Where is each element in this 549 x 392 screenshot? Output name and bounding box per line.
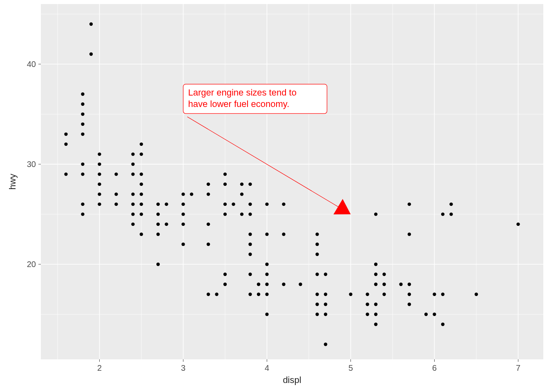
data-point xyxy=(223,272,227,276)
data-point xyxy=(81,203,84,206)
data-point xyxy=(366,313,369,316)
chart-container: Larger engine sizes tend tohave lower fu… xyxy=(0,0,549,392)
data-point xyxy=(315,243,319,246)
data-point xyxy=(156,263,160,266)
data-point xyxy=(349,293,352,296)
data-point xyxy=(374,313,377,316)
data-point xyxy=(223,172,227,176)
data-point xyxy=(181,223,185,226)
data-point xyxy=(282,283,285,286)
data-point xyxy=(98,192,101,196)
data-point xyxy=(408,293,411,296)
data-point xyxy=(248,203,252,206)
data-point xyxy=(131,163,134,166)
data-point xyxy=(131,203,134,206)
annotation-text-line1: Larger engine sizes tend to xyxy=(188,87,297,98)
data-point xyxy=(366,293,369,296)
data-point xyxy=(441,323,444,326)
data-point xyxy=(248,243,252,246)
data-point xyxy=(156,223,160,226)
data-point xyxy=(240,183,243,186)
data-point xyxy=(374,212,377,216)
data-point xyxy=(265,272,268,276)
data-point xyxy=(516,223,520,226)
data-point xyxy=(433,313,436,316)
data-point xyxy=(248,293,252,296)
data-point xyxy=(433,293,436,296)
data-point xyxy=(223,212,227,216)
data-point xyxy=(81,212,84,216)
x-tick-label: 5 xyxy=(348,363,353,372)
data-point xyxy=(140,232,143,236)
data-point xyxy=(248,212,252,216)
data-point xyxy=(399,283,402,286)
data-point xyxy=(64,172,67,176)
data-point xyxy=(449,212,453,216)
data-point xyxy=(248,232,252,236)
data-point xyxy=(207,243,210,246)
data-point xyxy=(98,203,101,206)
data-point xyxy=(315,272,319,276)
data-point xyxy=(223,183,227,186)
data-point xyxy=(156,232,160,236)
data-point xyxy=(265,203,268,206)
data-point xyxy=(324,272,327,276)
data-point xyxy=(282,232,285,236)
data-point xyxy=(98,163,101,166)
x-axis-title: displ xyxy=(283,375,301,385)
data-point xyxy=(265,313,268,316)
x-tick-label: 2 xyxy=(97,363,102,372)
data-point xyxy=(190,192,193,196)
data-point xyxy=(324,313,327,316)
data-point xyxy=(449,203,453,206)
data-point xyxy=(114,172,118,176)
data-point xyxy=(382,272,386,276)
data-point xyxy=(181,192,185,196)
data-point xyxy=(366,303,369,306)
data-point xyxy=(140,152,143,156)
data-point xyxy=(140,192,143,196)
data-point xyxy=(248,252,252,256)
data-point xyxy=(374,283,377,286)
data-point xyxy=(140,143,143,146)
data-point xyxy=(207,293,210,296)
data-point xyxy=(441,212,444,216)
data-point xyxy=(131,172,134,176)
data-point xyxy=(81,132,84,136)
data-point xyxy=(131,223,134,226)
x-tick-label: 3 xyxy=(181,363,185,372)
data-point xyxy=(240,192,243,196)
data-point xyxy=(248,272,252,276)
y-axis-title: hwy xyxy=(7,174,18,189)
data-point xyxy=(98,183,101,186)
data-point xyxy=(181,203,185,206)
data-point xyxy=(98,152,101,156)
data-point xyxy=(140,183,143,186)
data-point xyxy=(131,152,134,156)
data-point xyxy=(408,232,411,236)
data-point xyxy=(265,293,268,296)
data-point xyxy=(265,263,268,266)
data-point xyxy=(232,203,235,206)
data-point xyxy=(265,283,268,286)
data-point xyxy=(207,183,210,186)
data-point xyxy=(81,92,84,96)
data-point xyxy=(81,172,84,176)
data-point xyxy=(299,283,302,286)
x-tick-label: 7 xyxy=(516,363,520,372)
data-point xyxy=(223,203,227,206)
data-point xyxy=(324,343,327,346)
data-point xyxy=(441,293,444,296)
data-point xyxy=(315,232,319,236)
data-point xyxy=(257,293,260,296)
data-point xyxy=(374,263,377,266)
data-point xyxy=(315,303,319,306)
data-point xyxy=(240,212,243,216)
data-point xyxy=(114,203,118,206)
data-point xyxy=(131,212,134,216)
data-point xyxy=(207,192,210,196)
data-point xyxy=(408,303,411,306)
data-point xyxy=(324,303,327,306)
data-point xyxy=(81,112,84,116)
data-point xyxy=(265,232,268,236)
